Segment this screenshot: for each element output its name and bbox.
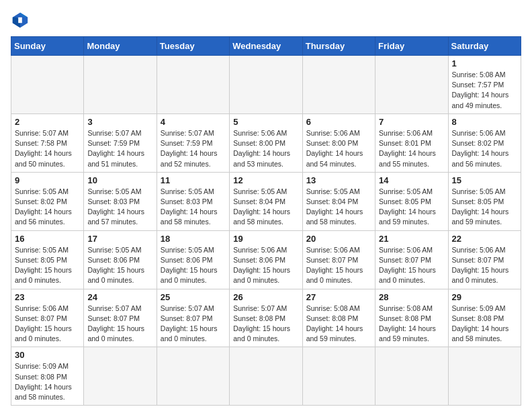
header bbox=[11, 11, 521, 30]
calendar-cell: 12Sunrise: 5:05 AM Sunset: 8:04 PM Dayli… bbox=[230, 172, 302, 230]
day-number: 11 bbox=[161, 175, 226, 185]
calendar-cell: 24Sunrise: 5:07 AM Sunset: 8:07 PM Dayli… bbox=[84, 289, 157, 347]
day-info: Sunrise: 5:05 AM Sunset: 8:05 PM Dayligh… bbox=[452, 187, 517, 228]
calendar-week-row: 23Sunrise: 5:06 AM Sunset: 8:07 PM Dayli… bbox=[11, 289, 521, 347]
calendar-cell: 22Sunrise: 5:06 AM Sunset: 8:07 PM Dayli… bbox=[448, 230, 521, 289]
calendar-cell: 10Sunrise: 5:05 AM Sunset: 8:03 PM Dayli… bbox=[84, 172, 157, 230]
calendar-cell: 16Sunrise: 5:05 AM Sunset: 8:05 PM Dayli… bbox=[11, 230, 84, 289]
calendar-cell: 29Sunrise: 5:09 AM Sunset: 8:08 PM Dayli… bbox=[448, 289, 521, 347]
calendar-table: SundayMondayTuesdayWednesdayThursdayFrid… bbox=[11, 36, 521, 406]
day-number: 15 bbox=[452, 175, 517, 185]
calendar-cell: 6Sunrise: 5:06 AM Sunset: 8:00 PM Daylig… bbox=[302, 113, 375, 172]
day-info: Sunrise: 5:07 AM Sunset: 7:58 PM Dayligh… bbox=[15, 128, 80, 169]
calendar-cell bbox=[230, 347, 302, 406]
calendar-cell: 4Sunrise: 5:07 AM Sunset: 7:59 PM Daylig… bbox=[157, 113, 229, 172]
day-number: 25 bbox=[161, 292, 226, 302]
calendar-cell bbox=[375, 56, 448, 114]
day-info: Sunrise: 5:05 AM Sunset: 8:05 PM Dayligh… bbox=[15, 245, 80, 286]
day-info: Sunrise: 5:05 AM Sunset: 8:06 PM Dayligh… bbox=[161, 245, 226, 286]
day-info: Sunrise: 5:05 AM Sunset: 8:03 PM Dayligh… bbox=[87, 187, 152, 228]
weekday-header-saturday: Saturday bbox=[448, 37, 521, 56]
day-number: 12 bbox=[233, 175, 298, 185]
calendar-cell: 20Sunrise: 5:06 AM Sunset: 8:07 PM Dayli… bbox=[302, 230, 375, 289]
calendar-cell bbox=[157, 56, 229, 114]
day-info: Sunrise: 5:07 AM Sunset: 7:59 PM Dayligh… bbox=[87, 128, 152, 169]
calendar-cell: 9Sunrise: 5:05 AM Sunset: 8:02 PM Daylig… bbox=[11, 172, 84, 230]
day-info: Sunrise: 5:07 AM Sunset: 7:59 PM Dayligh… bbox=[161, 128, 226, 169]
calendar-cell: 2Sunrise: 5:07 AM Sunset: 7:58 PM Daylig… bbox=[11, 113, 84, 172]
day-number: 16 bbox=[15, 234, 80, 244]
weekday-header-wednesday: Wednesday bbox=[230, 37, 302, 56]
weekday-header-thursday: Thursday bbox=[302, 37, 375, 56]
calendar-week-row: 16Sunrise: 5:05 AM Sunset: 8:05 PM Dayli… bbox=[11, 230, 521, 289]
weekday-header-row: SundayMondayTuesdayWednesdayThursdayFrid… bbox=[11, 37, 521, 56]
weekday-header-monday: Monday bbox=[84, 37, 157, 56]
calendar-cell: 21Sunrise: 5:06 AM Sunset: 8:07 PM Dayli… bbox=[375, 230, 448, 289]
day-number: 17 bbox=[87, 234, 152, 244]
day-info: Sunrise: 5:06 AM Sunset: 8:00 PM Dayligh… bbox=[306, 128, 371, 169]
calendar-cell: 28Sunrise: 5:08 AM Sunset: 8:08 PM Dayli… bbox=[375, 289, 448, 347]
day-info: Sunrise: 5:06 AM Sunset: 8:07 PM Dayligh… bbox=[452, 245, 517, 286]
calendar-cell bbox=[302, 347, 375, 406]
day-info: Sunrise: 5:05 AM Sunset: 8:06 PM Dayligh… bbox=[87, 245, 152, 286]
day-number: 1 bbox=[452, 58, 517, 68]
calendar-cell bbox=[84, 347, 157, 406]
day-number: 6 bbox=[306, 117, 371, 127]
calendar-cell: 13Sunrise: 5:05 AM Sunset: 8:04 PM Dayli… bbox=[302, 172, 375, 230]
calendar-cell: 30Sunrise: 5:09 AM Sunset: 8:08 PM Dayli… bbox=[11, 347, 84, 406]
day-info: Sunrise: 5:07 AM Sunset: 8:07 PM Dayligh… bbox=[87, 304, 152, 345]
calendar-cell: 8Sunrise: 5:06 AM Sunset: 8:02 PM Daylig… bbox=[448, 113, 521, 172]
day-number: 5 bbox=[233, 117, 298, 127]
weekday-header-tuesday: Tuesday bbox=[157, 37, 229, 56]
day-info: Sunrise: 5:08 AM Sunset: 8:08 PM Dayligh… bbox=[379, 304, 444, 345]
calendar-cell: 5Sunrise: 5:06 AM Sunset: 8:00 PM Daylig… bbox=[230, 113, 302, 172]
day-info: Sunrise: 5:07 AM Sunset: 8:08 PM Dayligh… bbox=[233, 304, 298, 345]
day-number: 18 bbox=[161, 234, 226, 244]
day-number: 26 bbox=[233, 292, 298, 302]
logo bbox=[11, 11, 32, 30]
day-number: 19 bbox=[233, 234, 298, 244]
day-info: Sunrise: 5:07 AM Sunset: 8:07 PM Dayligh… bbox=[161, 304, 226, 345]
day-number: 20 bbox=[306, 234, 371, 244]
calendar-cell bbox=[11, 56, 84, 114]
day-number: 23 bbox=[15, 292, 80, 302]
calendar-body: 1Sunrise: 5:08 AM Sunset: 7:57 PM Daylig… bbox=[11, 56, 521, 406]
calendar-cell: 19Sunrise: 5:06 AM Sunset: 8:06 PM Dayli… bbox=[230, 230, 302, 289]
calendar-week-row: 9Sunrise: 5:05 AM Sunset: 8:02 PM Daylig… bbox=[11, 172, 521, 230]
day-number: 2 bbox=[15, 117, 80, 127]
calendar-cell: 1Sunrise: 5:08 AM Sunset: 7:57 PM Daylig… bbox=[448, 56, 521, 114]
calendar-cell: 15Sunrise: 5:05 AM Sunset: 8:05 PM Dayli… bbox=[448, 172, 521, 230]
day-info: Sunrise: 5:05 AM Sunset: 8:04 PM Dayligh… bbox=[233, 187, 298, 228]
day-info: Sunrise: 5:06 AM Sunset: 8:07 PM Dayligh… bbox=[306, 245, 371, 286]
calendar-cell: 23Sunrise: 5:06 AM Sunset: 8:07 PM Dayli… bbox=[11, 289, 84, 347]
day-info: Sunrise: 5:05 AM Sunset: 8:05 PM Dayligh… bbox=[379, 187, 444, 228]
day-info: Sunrise: 5:06 AM Sunset: 8:07 PM Dayligh… bbox=[379, 245, 444, 286]
day-number: 3 bbox=[87, 117, 152, 127]
day-info: Sunrise: 5:05 AM Sunset: 8:02 PM Dayligh… bbox=[15, 187, 80, 228]
calendar-cell bbox=[230, 56, 302, 114]
calendar-cell: 11Sunrise: 5:05 AM Sunset: 8:03 PM Dayli… bbox=[157, 172, 229, 230]
calendar-cell bbox=[375, 347, 448, 406]
day-info: Sunrise: 5:06 AM Sunset: 8:01 PM Dayligh… bbox=[379, 128, 444, 169]
day-number: 13 bbox=[306, 175, 371, 185]
day-number: 14 bbox=[379, 175, 444, 185]
day-number: 29 bbox=[452, 292, 517, 302]
day-number: 4 bbox=[161, 117, 226, 127]
day-number: 22 bbox=[452, 234, 517, 244]
day-info: Sunrise: 5:09 AM Sunset: 8:08 PM Dayligh… bbox=[452, 304, 517, 345]
calendar-cell bbox=[157, 347, 229, 406]
day-info: Sunrise: 5:08 AM Sunset: 7:57 PM Dayligh… bbox=[452, 70, 517, 111]
day-info: Sunrise: 5:05 AM Sunset: 8:04 PM Dayligh… bbox=[306, 187, 371, 228]
day-info: Sunrise: 5:06 AM Sunset: 8:07 PM Dayligh… bbox=[15, 304, 80, 345]
day-number: 27 bbox=[306, 292, 371, 302]
day-number: 24 bbox=[87, 292, 152, 302]
day-info: Sunrise: 5:09 AM Sunset: 8:08 PM Dayligh… bbox=[15, 361, 80, 402]
day-number: 30 bbox=[15, 350, 80, 360]
day-number: 28 bbox=[379, 292, 444, 302]
calendar-cell: 27Sunrise: 5:08 AM Sunset: 8:08 PM Dayli… bbox=[302, 289, 375, 347]
day-info: Sunrise: 5:06 AM Sunset: 8:06 PM Dayligh… bbox=[233, 245, 298, 286]
weekday-header-sunday: Sunday bbox=[11, 37, 84, 56]
calendar-cell: 18Sunrise: 5:05 AM Sunset: 8:06 PM Dayli… bbox=[157, 230, 229, 289]
day-number: 10 bbox=[87, 175, 152, 185]
calendar-cell: 26Sunrise: 5:07 AM Sunset: 8:08 PM Dayli… bbox=[230, 289, 302, 347]
